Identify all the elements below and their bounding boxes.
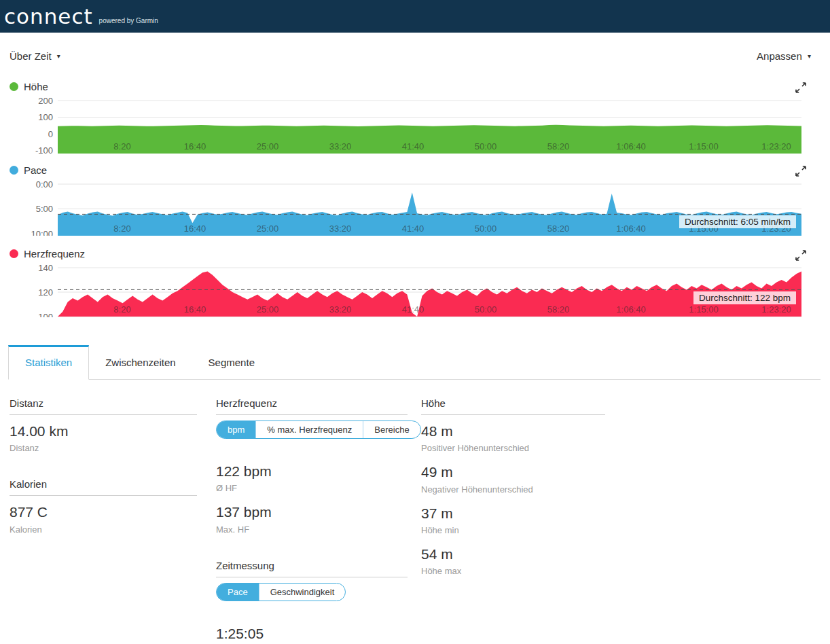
max-hr-metric: 137 bpm Max. HF [216, 503, 408, 534]
stats-column-heart-rate: Herzfrequenz bpm % max. Herzfrequenz Ber… [216, 397, 408, 644]
y-tick-label: 0:00 [36, 179, 53, 190]
y-tick-label: 140 [38, 263, 53, 273]
x-tick-label: 25:00 [257, 141, 279, 151]
pace-legend-label: Pace [24, 164, 47, 176]
calories-label: Kalorien [10, 524, 197, 535]
pace-legend-dot [10, 166, 18, 175]
elevation-gain-value: 48 m [421, 423, 605, 440]
caret-down-icon: ▾ [808, 52, 811, 60]
x-tick-label: 50:00 [475, 141, 497, 151]
chart-svg-elevation[interactable]: 2001000-1008:2016:4025:0033:2041:4050:00… [0, 95, 830, 154]
x-tick-label: 1:15:00 [689, 304, 718, 315]
time-metric: 1:25:05 Zeit [216, 625, 408, 644]
x-tick-label: 58:20 [547, 141, 570, 151]
y-tick-label: 5:00 [36, 204, 53, 214]
stats-tabbar: Statistiken Zwischenzeiten Segmente [8, 345, 820, 380]
heart-rate-legend-dot [10, 249, 18, 258]
timing-section-header: Zeitmessung [216, 560, 408, 577]
calories-value: 877 C [10, 503, 197, 521]
x-tick-label: 16:40 [184, 141, 206, 151]
elevation-loss-label: Negativer Höhenunterschied [421, 484, 605, 495]
x-tick-label: 1:06:40 [616, 304, 645, 315]
expand-icon [795, 82, 807, 94]
x-tick-label: 58:20 [547, 223, 570, 234]
toggle-pace[interactable]: Pace [217, 584, 259, 601]
elevation-section-header: Höhe [421, 397, 605, 415]
chart-svg-heart_rate[interactable]: 1401201008:2016:4025:0033:2041:4050:0058… [0, 263, 830, 317]
x-tick-label: 1:06:40 [616, 141, 645, 151]
elevation-min-label: Höhe min [421, 525, 605, 535]
elevation-loss-value: 49 m [421, 463, 605, 481]
x-tick-label: 1:06:40 [616, 223, 645, 234]
tab-segmente[interactable]: Segmente [192, 345, 271, 379]
elevation-legend-label: Höhe [24, 81, 48, 92]
max-hr-label: Max. HF [216, 524, 408, 535]
elevation-min-value: 37 m [421, 505, 605, 522]
y-tick-label: 100 [38, 312, 53, 318]
y-tick-label: 120 [38, 287, 53, 298]
x-tick-label: 25:00 [257, 304, 279, 315]
top-navbar: connect powered by Garmin [0, 0, 830, 33]
pace-expand-button[interactable] [795, 165, 807, 177]
x-tick-label: 8:20 [113, 223, 130, 234]
stats-column-elevation: Höhe 48 m Positiver Höhenunterschied 49 … [421, 397, 605, 576]
pace-legend: Pace [10, 164, 47, 176]
avg-hr-metric: 122 bpm Ø HF [216, 463, 408, 493]
elevation-expand-button[interactable] [795, 82, 807, 94]
y-tick-label: 100 [38, 112, 53, 122]
x-tick-label: 41:40 [402, 141, 425, 151]
y-tick-label: 10:00 [31, 229, 53, 236]
x-tick-label: 1:23:20 [761, 304, 791, 315]
calories-metric: 877 C Kalorien [10, 503, 197, 534]
metric-selector-label: Über Zeit [10, 50, 52, 62]
x-tick-label: 1:15:00 [689, 141, 718, 151]
toggle-percent-max-hf[interactable]: % max. Herzfrequenz [255, 421, 363, 438]
x-tick-label: 16:40 [184, 304, 206, 315]
calories-section-header: Kalorien [10, 478, 197, 496]
elevation-max-metric: 54 m Höhe max [421, 545, 605, 576]
customize-dropdown[interactable]: Anpassen ▾ [757, 50, 811, 62]
time-value: 1:25:05 [216, 625, 408, 643]
heart-rate-section-header: Herzfrequenz [216, 397, 408, 415]
stats-column-distance: Distanz 14.00 km Distanz Kalorien 877 C … [10, 397, 197, 535]
distance-section-header: Distanz [10, 397, 197, 415]
heart-rate-legend: Herzfrequenz [10, 248, 85, 260]
x-tick-label: 8:20 [113, 304, 130, 315]
x-tick-label: 58:20 [547, 304, 570, 315]
metric-selector-dropdown[interactable]: Über Zeit ▾ [10, 50, 60, 62]
elevation-legend: Höhe [10, 81, 48, 92]
y-tick-label: -100 [35, 145, 53, 154]
x-tick-label: 50:00 [475, 223, 497, 234]
tab-zwischenzeiten[interactable]: Zwischenzeiten [89, 345, 192, 379]
logo-tagline: powered by Garmin [99, 17, 158, 24]
x-tick-label: 8:20 [113, 141, 130, 151]
x-tick-label: 41:40 [402, 223, 425, 234]
heart-rate-legend-label: Herzfrequenz [24, 248, 85, 260]
x-tick-label: 33:20 [329, 223, 352, 234]
pace-speed-toggle: Pace Geschwindigkeit [216, 583, 346, 601]
pace-average-tooltip: Durchschnitt: 6:05 min/km [679, 215, 796, 228]
distance-metric: 14.00 km Distanz [10, 423, 197, 453]
avg-hr-label: Ø HF [216, 483, 408, 493]
distance-label: Distanz [10, 443, 197, 453]
x-tick-label: 33:20 [329, 304, 352, 315]
heart-rate-average-tooltip: Durchschnitt: 122 bpm [693, 291, 796, 304]
toggle-bereiche[interactable]: Bereiche [363, 421, 420, 438]
x-tick-label: 25:00 [257, 223, 279, 234]
y-tick-label: 200 [38, 96, 53, 106]
distance-value: 14.00 km [10, 423, 197, 440]
customize-label: Anpassen [757, 50, 802, 62]
heart-rate-expand-button[interactable] [795, 249, 807, 262]
tab-statistiken[interactable]: Statistiken [8, 345, 89, 380]
expand-icon [795, 165, 807, 177]
elevation-loss-metric: 49 m Negativer Höhenunterschied [421, 463, 605, 494]
x-tick-label: 33:20 [329, 141, 352, 151]
x-tick-label: 1:23:20 [761, 141, 791, 151]
toggle-bpm[interactable]: bpm [217, 421, 255, 438]
connect-logo: connect [4, 6, 93, 27]
x-tick-label: 50:00 [475, 304, 497, 315]
avg-hr-value: 122 bpm [216, 463, 408, 480]
toggle-geschwindigkeit[interactable]: Geschwindigkeit [259, 584, 346, 601]
elevation-gain-label: Positiver Höhenunterschied [421, 443, 605, 453]
x-tick-label: 41:40 [402, 304, 425, 315]
